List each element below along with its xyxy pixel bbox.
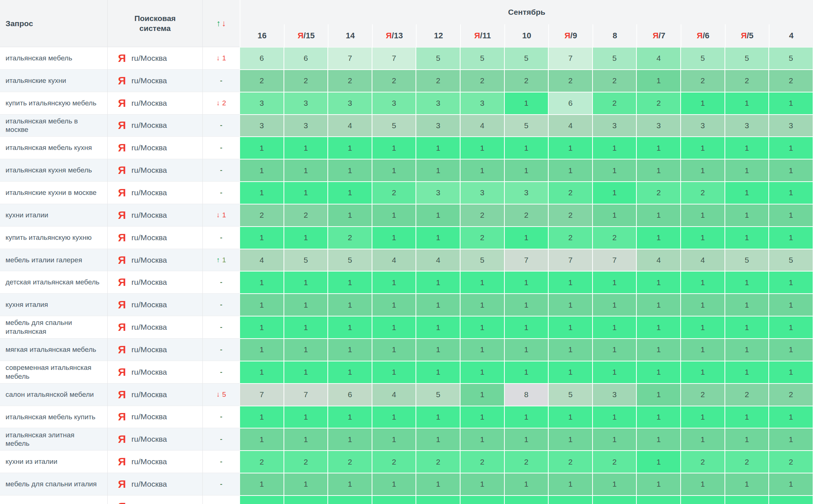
date-column-header[interactable]: Я/6 <box>681 24 725 47</box>
yandex-icon: Я <box>653 31 659 41</box>
position-cell: 1 <box>593 271 637 294</box>
query-text[interactable]: мягкая итальянская мебель <box>6 345 96 354</box>
query-text[interactable]: итальянская мебель <box>6 54 72 63</box>
position-cell: 1 <box>548 406 593 428</box>
query-text[interactable]: купить итальянскую мебель <box>6 99 96 108</box>
query-text[interactable]: итальянские кухни <box>6 76 66 85</box>
position-cell: 1 <box>636 227 681 249</box>
position-cell: 2 <box>372 182 416 204</box>
position-cell: 2 <box>284 451 328 473</box>
date-column-header[interactable]: Я/11 <box>460 24 504 47</box>
query-text[interactable]: мебель для спальни италия <box>6 480 97 489</box>
positions-cells: 2222222221222 <box>240 70 813 92</box>
date-column-header[interactable]: 4 <box>769 24 813 47</box>
position-cell: 1 <box>284 473 328 496</box>
query-text[interactable]: современная итальянская мебель <box>6 363 100 381</box>
date-column-header[interactable]: Я/15 <box>284 24 328 47</box>
position-cell: 1 <box>725 361 769 384</box>
position-cell: 2 <box>725 70 769 92</box>
search-engine-cell: Яru/Москва <box>108 339 203 361</box>
position-cell: 1 <box>460 271 504 294</box>
query-text[interactable]: итальянская элитная мебель <box>6 431 100 448</box>
no-change-dash-icon: - <box>220 435 222 443</box>
position-cell: 1 <box>504 473 549 496</box>
positions-cells: 1111111111111 <box>240 339 813 361</box>
position-cell: 5 <box>725 249 769 272</box>
column-header-change[interactable]: ↑ ↓ <box>203 0 240 47</box>
date-column-header[interactable]: Я/13 <box>372 24 416 47</box>
query-text[interactable]: кухни италии <box>6 211 48 220</box>
engine-region-label: ru/Москва <box>132 121 167 130</box>
position-cell: 3 <box>636 115 681 137</box>
query-text[interactable]: мебель для спальни итальянская <box>6 318 100 336</box>
query-text[interactable]: итальянская мебель в москве <box>6 117 100 134</box>
position-cell: 1 <box>725 92 769 115</box>
keyword-row: купить итальянскую мебельЯru/Москва↓2333… <box>0 92 813 115</box>
query-cell: итальянская мебель купить <box>0 406 108 428</box>
query-text[interactable]: итальянские кухни в москве <box>6 188 97 197</box>
position-cell: 2 <box>328 227 372 249</box>
date-column-header[interactable]: Я/9 <box>548 24 593 47</box>
position-cell: 1 <box>593 294 637 316</box>
position-cell: 1 <box>548 137 593 159</box>
yandex-icon: Я <box>118 142 126 153</box>
position-cell: 2 <box>681 182 725 204</box>
position-cell: 1 <box>769 316 813 339</box>
position-cell: 2 <box>769 451 813 473</box>
date-column-header[interactable]: Я/5 <box>725 24 769 47</box>
date-column-header[interactable]: 12 <box>416 24 460 47</box>
position-cell: 1 <box>328 406 372 428</box>
table-body: итальянская мебельЯru/Москва↓16677555754… <box>0 47 813 504</box>
search-engine-cell: Яru/Москва <box>108 70 203 92</box>
position-cell: 1 <box>769 204 813 227</box>
position-cell <box>416 496 460 504</box>
position-cell: 1 <box>725 428 769 451</box>
query-cell: современная итальянская мебель <box>0 361 108 384</box>
arrow-down-icon: ↓ <box>216 391 220 399</box>
no-change-dash-icon: - <box>220 166 222 174</box>
no-change-dash-icon: - <box>220 234 222 242</box>
query-text[interactable]: мебель италии галерея <box>6 256 82 265</box>
date-label: 12 <box>434 31 443 41</box>
query-text[interactable]: итальянская кухня мебель <box>6 166 92 175</box>
position-cell: 1 <box>416 406 460 428</box>
date-column-header[interactable]: 16 <box>240 24 284 47</box>
position-change-cell: - <box>203 70 240 92</box>
query-text[interactable]: детская итальянская мебель <box>6 278 100 287</box>
position-cell: 1 <box>240 428 284 451</box>
position-cell: 1 <box>725 339 769 361</box>
query-text[interactable]: салон итальянской мебели <box>6 390 94 399</box>
position-change-cell: - <box>203 406 240 428</box>
position-cell <box>240 496 284 504</box>
yandex-icon: Я <box>118 434 126 445</box>
query-text[interactable]: итальянская мебель кухня <box>6 143 92 152</box>
date-label: /7 <box>659 31 665 41</box>
yandex-icon: Я <box>118 232 126 243</box>
date-column-header[interactable]: 10 <box>504 24 549 47</box>
column-header-search-engine[interactable]: Поисковая система <box>108 0 203 47</box>
date-column-header[interactable]: 8 <box>593 24 637 47</box>
query-cell: детская итальянская мебель <box>0 271 108 294</box>
query-text[interactable]: итальянская мебель купить <box>6 413 95 421</box>
yandex-icon: Я <box>118 411 126 422</box>
date-column-header[interactable]: 14 <box>328 24 372 47</box>
yandex-icon: Я <box>118 501 126 504</box>
position-cell: 4 <box>548 115 593 137</box>
engine-region-label: ru/Москва <box>132 211 167 220</box>
position-cell: 1 <box>372 294 416 316</box>
query-text[interactable]: кухня италия <box>6 300 48 309</box>
keyword-row: итальянская мебель кухняЯru/Москва-11111… <box>0 137 813 159</box>
query-text[interactable]: купить итальянскую кухню <box>6 233 92 242</box>
engine-region-label: ru/Москва <box>132 435 167 444</box>
position-cell: 1 <box>460 406 504 428</box>
position-cell: 2 <box>636 182 681 204</box>
date-column-header[interactable]: Я/7 <box>636 24 681 47</box>
positions-cells: 1111111111111 <box>240 294 813 316</box>
position-cell: 1 <box>681 204 725 227</box>
yandex-icon: Я <box>118 389 126 400</box>
column-header-query[interactable]: Запрос <box>0 0 108 47</box>
position-cell: 1 <box>725 316 769 339</box>
position-cell: 2 <box>548 204 593 227</box>
query-text[interactable]: кухни из италии <box>6 457 58 466</box>
position-change-cell: - <box>203 339 240 361</box>
